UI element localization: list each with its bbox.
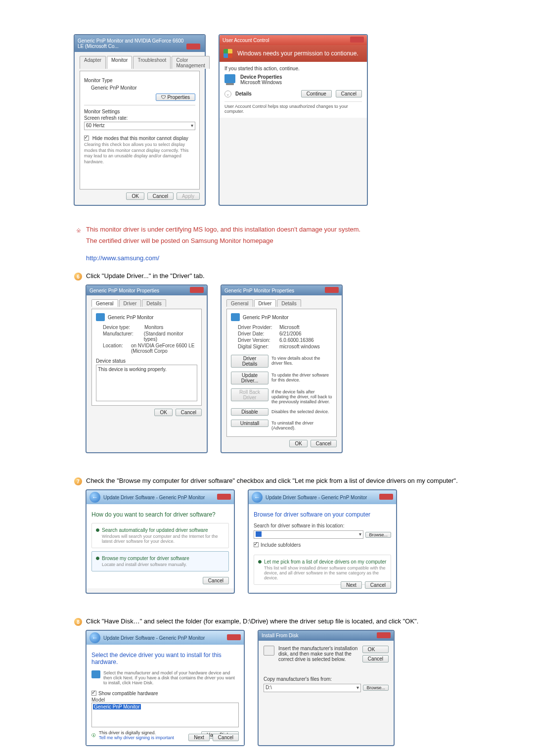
wizard-sub: Select the manufacturer and model of you… [103,670,239,685]
apply-button[interactable]: Apply [177,192,200,200]
drive-path-input[interactable]: D:\ [264,684,361,692]
option-browse-computer[interactable]: Browse my computer for driver software L… [91,551,229,571]
cancel-button[interactable]: Cancel [336,90,362,97]
option-search-auto[interactable]: Search automatically for updated driver … [91,523,229,548]
radio-icon [96,557,99,560]
tab-troubleshoot[interactable]: Troubleshoot [133,56,171,69]
device-name: Generic PnP Monitor [108,315,154,320]
uac-if-started: If you started this action, continue. [224,66,362,71]
breadcrumb: Update Driver Software - Generic PnP Mon… [266,495,367,500]
titlebar: User Account Control [220,35,367,45]
window-controls [186,37,202,50]
wizard-heading: Select the device driver you want to ins… [91,652,239,665]
cancel-button[interactable]: Cancel [365,581,391,589]
step-6-text: Click "Update Driver..." in the "Driver"… [86,272,465,281]
cancel-button[interactable]: Cancel [213,734,239,741]
close-icon[interactable] [190,287,204,293]
tab-details[interactable]: Details [277,299,301,307]
uninstall-button[interactable]: Uninstall [231,420,268,427]
tab-monitor[interactable]: Monitor [107,56,132,69]
properties-button[interactable]: 🛡 Properties [156,94,195,101]
device-name: Generic PnP Monitor [243,315,289,320]
step-8-text: Click "Have Disk…" and select the folder… [86,617,465,626]
cancel-button[interactable]: Cancel [147,192,174,200]
model-col-header: Model [91,697,239,703]
signing-link[interactable]: Tell me why driver signing is important [99,735,174,740]
device-status-box: This device is working properly. [96,365,197,401]
update-driver-button[interactable]: Update Driver... [231,372,268,384]
cancel-button[interactable]: Cancel [362,655,389,662]
driver-details-button[interactable]: Driver Details [231,355,268,368]
close-icon[interactable] [350,37,364,43]
samsung-link[interactable]: http://www.samsung.com/ [86,254,159,262]
close-icon[interactable] [379,494,393,500]
device-status-label: Device status [96,358,197,364]
close-icon[interactable] [377,632,391,638]
refresh-rate-label: Screen refresh rate: [84,115,195,121]
ok-button[interactable]: OK [126,192,144,200]
list-item[interactable]: Generic PnP Monitor [93,704,141,709]
radio-icon [96,528,99,532]
uac-app-name: Device Properties [240,74,282,80]
window-title: Generic PnP Monitor Properties [224,288,294,293]
breadcrumb: Update Driver Software - Generic PnP Mon… [103,495,205,500]
next-button[interactable]: Next [188,734,210,741]
tab-general[interactable]: General [91,299,118,307]
uac-details-label[interactable]: Details [235,91,297,96]
model-list[interactable]: Generic PnP Monitor [91,703,239,727]
tab-driver[interactable]: Driver [254,299,276,307]
step-6: 6 Click "Update Driver..." in the "Drive… [74,272,465,453]
close-icon[interactable] [325,287,339,293]
browse-button[interactable]: Browse... [363,685,389,691]
close-icon[interactable] [227,634,241,640]
next-button[interactable]: Next [341,581,362,589]
tab-general[interactable]: General [226,299,253,307]
wizard-browse: ←Update Driver Software - Generic PnP Mo… [248,490,397,593]
close-icon[interactable] [217,494,231,500]
back-icon[interactable]: ← [89,632,100,643]
option-pick-from-list[interactable]: Let me pick from a list of device driver… [254,555,391,585]
back-icon[interactable]: ← [252,492,263,503]
compat-checkbox[interactable] [91,691,96,696]
cancel-button[interactable]: Cancel [311,440,337,447]
wizard-heading: Browse for driver software on your compu… [254,511,391,518]
top-screenshot-row: Generic PnP Monitor and NVIDIA GeForce 6… [74,35,465,205]
window-title: Generic PnP Monitor Properties [89,288,159,293]
step-marker-8: 8 [74,618,82,626]
properties-general-dialog: Generic PnP Monitor Properties General D… [86,285,207,453]
tab-details[interactable]: Details [142,299,166,307]
search-location-label: Search for driver software in this locat… [254,523,391,528]
browse-button[interactable]: Browse... [365,532,391,538]
wizard-select-model: ←Update Driver Software - Generic PnP Mo… [86,630,244,746]
continue-button[interactable]: Continue [301,90,332,97]
ok-button[interactable]: OK [154,409,172,416]
cancel-button[interactable]: Cancel [203,577,229,584]
tab-driver[interactable]: Driver [119,299,141,307]
signed-text: This driver is digitally signed. [99,730,156,735]
note-line-1: This monitor driver is under certifying … [86,225,465,235]
ok-button[interactable]: OK [362,646,389,653]
monitor-icon [224,74,235,83]
disable-button[interactable]: Disable [231,408,268,416]
chevron-down-icon[interactable]: ⌄ [224,91,231,97]
uac-footer: User Account Control helps stop unauthor… [224,101,362,114]
tab-adapter[interactable]: Adapter [80,56,106,69]
path-input[interactable] [254,530,363,539]
hide-modes-checkbox[interactable] [84,136,89,141]
cancel-button[interactable]: Cancel [176,409,202,416]
back-icon[interactable]: ← [89,492,100,503]
refresh-rate-select[interactable]: 60 Hertz [84,122,195,130]
include-subfolders-checkbox[interactable] [254,542,259,547]
monitor-settings-label: Monitor Settings [84,108,195,114]
monitor-icon [96,313,105,321]
wizard-heading: How do you want to search for driver sof… [91,511,229,518]
close-icon[interactable] [186,44,200,49]
ok-button[interactable]: OK [289,440,307,447]
rollback-driver-button[interactable]: Roll Back Driver [231,388,268,401]
signed-icon: 🛈 [91,733,96,738]
radio-icon [258,560,262,564]
note-line-2: The certified driver will be posted on S… [86,236,465,246]
step-7-text: Check the "Browse my computer for driver… [86,476,465,486]
step-marker-7: 7 [74,477,82,485]
tab-color[interactable]: Color Management [172,56,209,69]
